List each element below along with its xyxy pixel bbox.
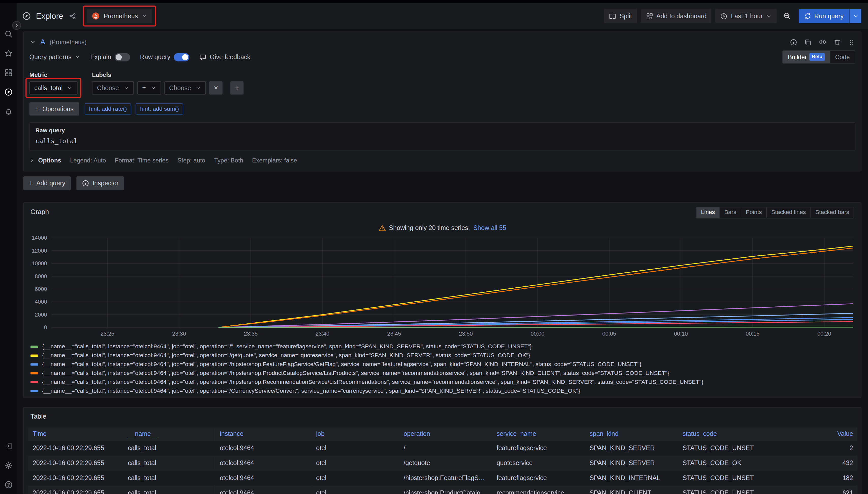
- zoom-out-icon: [783, 12, 791, 20]
- zoom-out-time-range-button[interactable]: [781, 9, 794, 23]
- legend-item[interactable]: {__name__="calls_total", instance="otelc…: [31, 368, 854, 378]
- graph-mode-stacked-lines[interactable]: Stacked lines: [766, 207, 810, 217]
- grafana-logo[interactable]: [3, 9, 13, 19]
- time-range-picker[interactable]: Last 1 hour: [716, 9, 777, 23]
- column-header-statuscode[interactable]: status_code: [678, 427, 771, 440]
- table-cell: SPAN_KIND_CLIENT: [585, 486, 678, 494]
- metric-select[interactable]: calls_total: [29, 81, 77, 95]
- graph-mode-lines[interactable]: Lines: [697, 207, 719, 217]
- grafana-flame-icon: [3, 9, 13, 19]
- drag-query-handle[interactable]: [848, 38, 855, 45]
- label-key-select[interactable]: Choose: [92, 81, 134, 95]
- series-color-dash: [31, 363, 38, 365]
- split-button[interactable]: Split: [604, 9, 637, 23]
- time-series-chart[interactable]: 0200040006000800010000120001400023:2523:…: [28, 233, 856, 341]
- legend-item[interactable]: {__name__="calls_total", instance="otelc…: [31, 360, 854, 369]
- query-option-stat: Type: Both: [214, 156, 243, 164]
- explain-toggle[interactable]: [114, 53, 130, 61]
- legend-item[interactable]: {__name__="calls_total", instance="otelc…: [31, 342, 854, 351]
- legend-item[interactable]: {__name__="calls_total", instance="otelc…: [31, 386, 854, 395]
- series-color-dash: [31, 381, 38, 383]
- chart-canvas[interactable]: 0200040006000800010000120001400023:2523:…: [28, 233, 856, 339]
- raw-query-toggle[interactable]: [174, 53, 189, 61]
- column-header-job[interactable]: job: [312, 427, 399, 440]
- graph-mode-points[interactable]: Points: [741, 207, 766, 217]
- raw-query-label: Raw query: [140, 53, 170, 61]
- chevron-down-icon: [150, 85, 156, 91]
- query-hints: hint: add rate()hint: add sum(): [85, 103, 183, 115]
- series-line[interactable]: [218, 319, 853, 327]
- sidebar-item-help[interactable]: [4, 481, 13, 489]
- query-hint-button[interactable]: hint: add rate(): [85, 103, 131, 115]
- label-operator-select[interactable]: =: [137, 81, 161, 95]
- y-axis-tick-label: 8000: [35, 273, 47, 280]
- legend-label: {__name__="calls_total", instance="otelc…: [42, 360, 641, 368]
- query-help-button[interactable]: [790, 38, 797, 45]
- remove-query-button[interactable]: [834, 38, 841, 45]
- column-header-value[interactable]: Value: [771, 427, 857, 440]
- sidebar-item-starred[interactable]: [4, 49, 13, 58]
- options-toggle[interactable]: Options: [29, 156, 61, 164]
- run-query-dropdown-button[interactable]: [849, 9, 862, 23]
- table-cell: calls_total: [124, 470, 216, 486]
- expand-sidebar-button[interactable]: [12, 21, 21, 30]
- hide-response-button[interactable]: [819, 38, 827, 46]
- graph-mode-bars[interactable]: Bars: [719, 207, 741, 217]
- sidebar-item-alerting[interactable]: [4, 107, 13, 116]
- sidebar-item-sign-in[interactable]: [4, 442, 13, 450]
- warning-triangle-icon: [378, 225, 385, 232]
- clock-icon: [720, 13, 727, 20]
- add-to-dashboard-button[interactable]: Add to dashboard: [641, 9, 711, 23]
- y-axis-tick-label: 14000: [32, 235, 47, 241]
- query-hint-button[interactable]: hint: add sum(): [136, 103, 183, 115]
- window-top-strip: [0, 0, 868, 3]
- add-label-filter-button[interactable]: +: [231, 81, 244, 95]
- gear-icon: [4, 461, 13, 470]
- sidebar-item-dashboards[interactable]: [4, 69, 13, 77]
- column-header-instance[interactable]: instance: [215, 427, 311, 440]
- graph-mode-stacked-bars[interactable]: Stacked bars: [810, 207, 854, 217]
- graph-panel: Graph LinesBarsPointsStacked linesStacke…: [23, 203, 861, 398]
- duplicate-query-button[interactable]: [804, 38, 811, 45]
- prometheus-logo-icon: [92, 12, 100, 20]
- table-row: 2022-10-16 00:22:29.655calls_totalotelco…: [28, 455, 857, 470]
- query-patterns-dropdown[interactable]: Query patterns: [29, 53, 80, 61]
- legend-item[interactable]: {__name__="calls_total", instance="otelc…: [31, 351, 854, 360]
- sync-icon: [804, 13, 811, 19]
- column-header-time[interactable]: Time: [28, 427, 124, 440]
- show-all-series-link[interactable]: Show all 55: [473, 224, 506, 232]
- nav-sidebar: [0, 3, 17, 494]
- column-header-spankind[interactable]: span_kind: [585, 427, 678, 440]
- inspector-button[interactable]: Inspector: [76, 176, 124, 190]
- graph-panel-title: Graph: [31, 208, 49, 217]
- table-cell: otelcol:9464: [215, 441, 311, 456]
- remove-label-filter-button[interactable]: ×: [210, 81, 222, 95]
- sidebar-item-search[interactable]: [4, 30, 13, 38]
- series-line[interactable]: [218, 327, 853, 327]
- sidebar-item-configuration[interactable]: [4, 461, 13, 470]
- give-feedback-button[interactable]: Give feedback: [199, 53, 251, 61]
- explore-content: A (Prometheus) Query patterns Explain: [17, 29, 868, 494]
- run-query-button[interactable]: Run query: [799, 9, 849, 23]
- metric-select-value: calls_total: [34, 84, 62, 92]
- column-header-servicename[interactable]: service_name: [492, 427, 585, 440]
- apps-grid-icon: [4, 69, 13, 77]
- column-header-name[interactable]: __name__: [124, 427, 216, 440]
- label-value-select[interactable]: Choose: [164, 81, 206, 95]
- share-shortened-link-button[interactable]: [69, 13, 76, 20]
- raw-query-preview: Raw query calls_total: [29, 122, 855, 151]
- add-query-button[interactable]: + Add query: [23, 176, 71, 190]
- collapse-query-row-button[interactable]: [29, 39, 36, 45]
- metric-label: Metric: [29, 71, 77, 79]
- legend-item[interactable]: {__name__="calls_total", instance="otelc…: [31, 378, 854, 386]
- operations-button[interactable]: + Operations: [29, 102, 79, 116]
- compass-icon: [4, 88, 13, 96]
- table-cell: otel: [312, 470, 399, 486]
- x-axis-tick-label: 23:30: [172, 331, 186, 337]
- datasource-picker[interactable]: Prometheus: [87, 9, 152, 23]
- column-header-operation[interactable]: operation: [399, 427, 492, 440]
- sidebar-item-explore[interactable]: [4, 88, 13, 96]
- editor-mode-builder[interactable]: Builder Beta: [783, 51, 830, 63]
- editor-mode-code[interactable]: Code: [830, 51, 855, 63]
- search-icon: [4, 30, 13, 38]
